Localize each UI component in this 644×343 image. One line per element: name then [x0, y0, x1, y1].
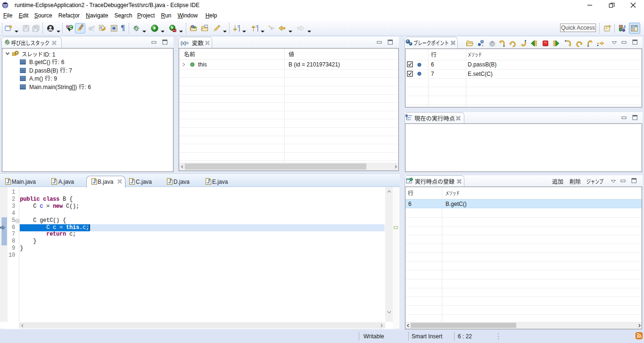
svg-text:J: J — [131, 179, 133, 184]
svg-text:J: J — [93, 179, 96, 184]
svg-text:J: J — [7, 179, 9, 184]
svg-text:J: J — [623, 24, 626, 29]
svg-text:J: J — [207, 179, 210, 184]
svg-text:J: J — [53, 179, 56, 184]
svg-text:J: J — [168, 179, 171, 184]
